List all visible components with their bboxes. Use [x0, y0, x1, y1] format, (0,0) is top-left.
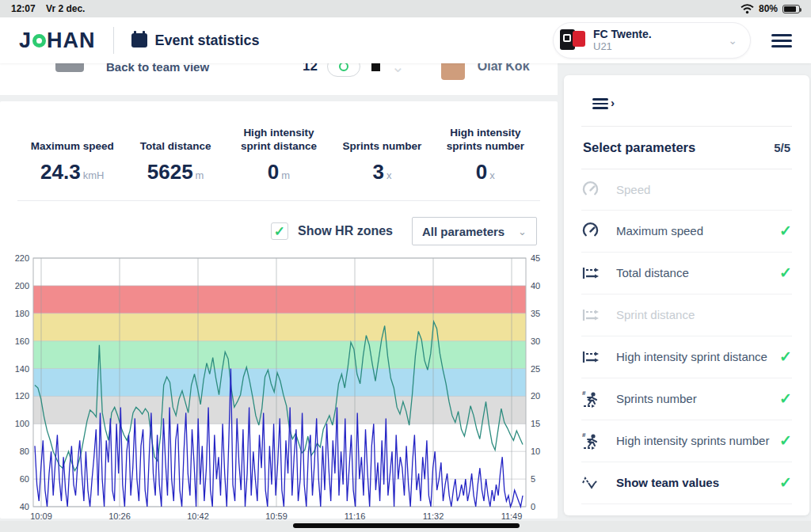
logo-o-ring [32, 34, 46, 48]
parameter-item-high-intensity-sprints-number[interactable]: #High intensity sprints number✓ [581, 420, 792, 462]
stats-card: Maximum speed 24.3kmH Total distance 562… [0, 101, 558, 519]
stat-item: Maximum speed 24.3kmH [21, 127, 124, 184]
player-name: Olaf Kok [478, 63, 530, 74]
svg-text:40: 40 [531, 281, 540, 291]
svg-text:200: 200 [15, 281, 29, 291]
svg-text:11:49: 11:49 [501, 511, 523, 521]
stat-label: Maximum speed [24, 127, 120, 154]
favorite-chevron-icon[interactable]: ⌄ [391, 63, 405, 76]
svg-text:11:16: 11:16 [345, 511, 366, 521]
svg-text:25: 25 [531, 364, 540, 374]
svg-text:160: 160 [15, 336, 29, 346]
check-icon: ✓ [779, 431, 792, 450]
parameters-panel: › Select parameters 5/5 SpeedMaximum spe… [564, 75, 809, 515]
svg-text:30: 30 [531, 336, 540, 346]
show-hr-zones-checkbox[interactable]: ✓ [271, 222, 288, 240]
check-icon: ✓ [779, 473, 792, 492]
svg-text:180: 180 [15, 309, 29, 318]
player-number: 12 [303, 63, 318, 74]
team-selector[interactable]: FC Twente. U21 ⌄ [553, 22, 751, 59]
svg-text:120: 120 [15, 391, 29, 401]
speedometer-icon [581, 222, 602, 240]
stat-unit: kmH [83, 169, 105, 181]
svg-text:15: 15 [531, 419, 540, 428]
speedometer-icon [581, 180, 602, 199]
team-name: FC Twente. [593, 28, 652, 40]
parameter-label: Sprint distance [616, 308, 792, 321]
stat-value: 5625m [127, 160, 223, 184]
header-divider [113, 27, 114, 54]
stat-item: Total distance 5625m [124, 127, 227, 184]
page-title: Event statistics [155, 32, 260, 49]
team-subtitle: U21 [593, 41, 652, 53]
parameter-item-total-distance[interactable]: Total distance✓ [581, 253, 792, 294]
chevron-right-icon: › [611, 96, 615, 109]
player-status-pill [327, 63, 360, 77]
parameter-item-sprint-distance[interactable]: Sprint distance [581, 294, 792, 336]
parameter-item-sprints-number[interactable]: #Sprints number✓ [581, 378, 792, 420]
hr-zone-band [33, 286, 526, 314]
hr-zone-band [33, 314, 526, 341]
svg-text:80: 80 [20, 446, 29, 456]
parameters-counter: 5/5 [774, 141, 790, 154]
svg-text:35: 35 [531, 309, 540, 318]
wifi-icon [741, 4, 754, 14]
svg-text:10:59: 10:59 [265, 511, 287, 521]
svg-text:5: 5 [531, 474, 535, 484]
stat-value: 3x [333, 160, 430, 184]
chevron-down-icon: ⌄ [518, 226, 527, 238]
stat-unit: x [489, 169, 495, 181]
distance-icon [581, 264, 602, 282]
home-indicator[interactable] [293, 523, 520, 528]
stat-item: High intensity sprints number 0x [434, 127, 537, 184]
hr-zone-band [33, 341, 526, 369]
stat-item: Sprints number 3x [330, 127, 433, 184]
parameter-label: Show team values [616, 476, 779, 489]
chevron-down-icon: ⌄ [728, 34, 737, 47]
svg-text:11:32: 11:32 [423, 511, 444, 521]
logo-text-right: HAN [47, 28, 96, 53]
back-icon[interactable] [55, 63, 84, 72]
stat-value: 0x [437, 160, 534, 184]
parameter-label: Speed [616, 183, 792, 196]
chart-svg[interactable]: 4060801001201401601802002200510152025303… [0, 252, 554, 523]
dropdown-value: All parameters [422, 225, 504, 238]
battery-icon [782, 5, 800, 13]
check-icon: ✓ [779, 390, 792, 408]
johan-logo: JHAN [19, 28, 96, 53]
svg-text:100: 100 [15, 419, 29, 428]
parameter-item-maximum-speed[interactable]: Maximum speed✓ [581, 211, 792, 253]
calendar-icon [131, 33, 147, 48]
clock: 12:07 [11, 3, 36, 14]
battery-percent: 80% [759, 3, 778, 14]
menu-icon[interactable] [771, 31, 792, 51]
collapse-panel-button[interactable]: › [581, 75, 792, 126]
stat-value: 0m [230, 160, 327, 184]
check-icon: ✓ [779, 222, 792, 240]
team-logo [560, 28, 585, 53]
svg-text:#: # [582, 390, 586, 397]
stat-label: High intensity sprint distance [230, 127, 327, 154]
svg-text:10:26: 10:26 [109, 511, 131, 521]
date: Vr 2 dec. [46, 3, 85, 14]
stat-label: Sprints number [333, 127, 430, 154]
svg-text:40: 40 [20, 502, 29, 511]
sprinter-icon: # [581, 390, 602, 408]
parameter-item-show-team-values[interactable]: Show team values✓ [581, 462, 792, 504]
parameter-item-high-intensity-sprint-distance[interactable]: High intensity sprint distance✓ [581, 336, 792, 378]
parameters-dropdown[interactable]: All parameters ⌄ [412, 217, 537, 245]
svg-text:140: 140 [15, 364, 29, 374]
player-avatar [441, 63, 465, 80]
svg-text:10:09: 10:09 [30, 511, 52, 521]
svg-text:20: 20 [531, 391, 540, 401]
svg-text:#: # [582, 431, 586, 439]
stat-item: High intensity sprint distance 0m [227, 127, 330, 184]
parameter-label: High intensity sprints number [616, 434, 779, 447]
distance-icon [581, 348, 602, 366]
stat-label: Total distance [127, 127, 223, 154]
back-to-team-link[interactable]: Back to team view [106, 63, 209, 74]
parameter-item-speed[interactable]: Speed [581, 169, 792, 211]
svg-text:10: 10 [531, 446, 540, 456]
stat-unit: m [196, 169, 204, 181]
logo-text-left: J [19, 28, 32, 53]
